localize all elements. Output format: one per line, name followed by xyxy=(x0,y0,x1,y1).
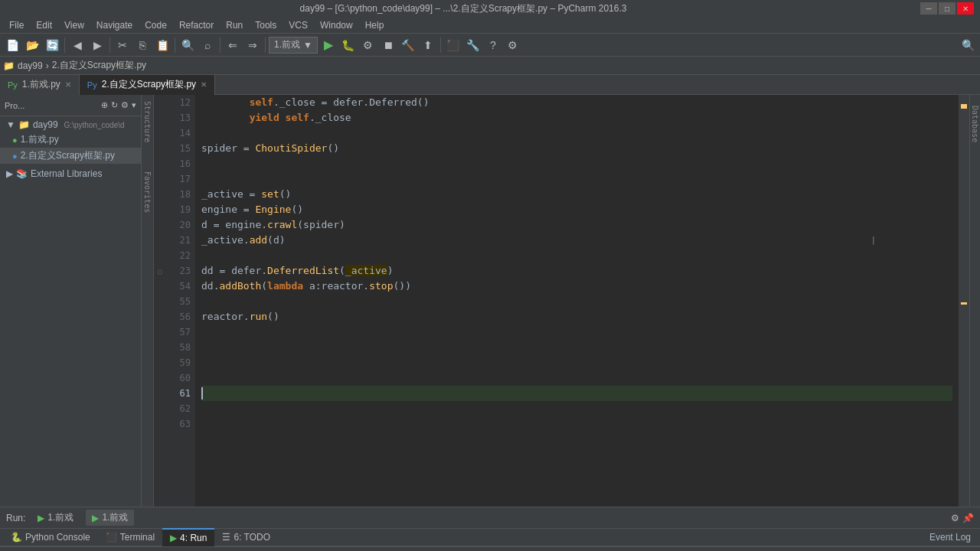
gutter: ○ xyxy=(154,95,166,507)
editor-tab-2[interactable]: Py 2.自定义Scrapy框架.py ✕ xyxy=(80,75,215,95)
global-search-button[interactable]: 🔍 xyxy=(959,36,977,54)
menu-navigate[interactable]: Navigate xyxy=(90,18,139,32)
line-num-16: 16 xyxy=(171,156,191,171)
run-tab-1[interactable]: ▶ 1.前戏 xyxy=(31,510,80,526)
settings-button[interactable]: ⚙ xyxy=(504,36,522,54)
tree-path: G:\python_code\d xyxy=(64,121,125,129)
code-text: engine = Engine() xyxy=(201,202,303,217)
coverage-button[interactable]: ⚙ xyxy=(359,36,377,54)
code-line-19: engine = Engine() xyxy=(201,202,952,217)
terminal-toolbar-button[interactable]: ⬛ xyxy=(444,36,462,54)
search-button[interactable]: 🔍 xyxy=(178,36,197,54)
gutter-line-22 xyxy=(154,248,166,263)
pin-icon[interactable]: 📌 xyxy=(962,513,974,523)
find-button[interactable]: ⌕ xyxy=(198,36,217,54)
database-panel-label[interactable]: Database xyxy=(969,103,980,145)
sidebar-sync-icon[interactable]: ↻ xyxy=(111,100,118,110)
line-num-62: 62 xyxy=(171,401,191,416)
line-num-59: 59 xyxy=(171,355,191,370)
expand-icon: ▼ xyxy=(6,119,15,130)
bottom-tab-todo[interactable]: ☰ 6: TODO xyxy=(214,528,278,546)
back-button[interactable]: ◀ xyxy=(68,36,87,54)
gutter-line-18 xyxy=(154,187,166,202)
menu-help[interactable]: Help xyxy=(359,18,390,32)
project-tab-label[interactable]: Pro... xyxy=(5,101,24,110)
run-button[interactable]: ▶ xyxy=(319,36,338,54)
right-scrollbar[interactable] xyxy=(959,95,969,507)
forward-button[interactable]: ▶ xyxy=(88,36,106,54)
debug-button[interactable]: 🐛 xyxy=(339,36,358,54)
code-line-54: dd.addBoth(lambda a:reactor.stop()) xyxy=(201,279,952,294)
cut-button[interactable]: ✂ xyxy=(113,36,132,54)
gutter-line-21 xyxy=(154,233,166,248)
paste-button[interactable]: 📋 xyxy=(153,36,172,54)
close-button[interactable]: ✕ xyxy=(957,2,974,15)
cursor-pos-text: | xyxy=(871,233,876,248)
deploy-button[interactable]: ⬆ xyxy=(419,36,437,54)
sidebar-settings-icon[interactable]: ⚙ xyxy=(121,100,129,110)
line-num-60: 60 xyxy=(171,370,191,386)
tree-item-day99[interactable]: ▼ 📁 day99 G:\python_code\d xyxy=(0,118,141,132)
sidebar-add-icon[interactable]: ⊕ xyxy=(101,100,108,110)
new-file-button[interactable]: 📄 xyxy=(3,36,21,54)
menu-vcs[interactable]: VCS xyxy=(283,18,314,32)
build-button[interactable]: 🔨 xyxy=(399,36,417,54)
menu-file[interactable]: File xyxy=(3,18,30,32)
toolbar: 📄 📂 🔄 ◀ ▶ ✂ ⎘ 📋 🔍 ⌕ ⇐ ⇒ 1.前戏 ▼ ▶ 🐛 ⚙ ⏹ 🔨… xyxy=(0,34,980,57)
tab-close-2[interactable]: ✕ xyxy=(201,80,207,89)
tree-item-libs[interactable]: ▶ 📚 External Libraries xyxy=(0,167,141,181)
path-separator: › xyxy=(46,60,49,71)
sdk-button[interactable]: 🔧 xyxy=(464,36,482,54)
code-line-58 xyxy=(201,340,952,355)
maximize-button[interactable]: □ xyxy=(939,2,956,15)
event-log-label[interactable]: Event Log xyxy=(929,532,971,543)
code-text: dd = defer.DeferredList(_active) xyxy=(201,263,393,279)
run-config-label: 1.前戏 xyxy=(274,38,300,51)
menu-refactor[interactable]: Refactor xyxy=(173,18,220,32)
copy-button[interactable]: ⎘ xyxy=(133,36,152,54)
stop-button[interactable]: ⏹ xyxy=(379,36,397,54)
tree-item-file1[interactable]: ● 1.前戏.py xyxy=(0,132,141,148)
next-occurrence-button[interactable]: ⇒ xyxy=(243,36,262,54)
code-line-12: self._close = defer.Deferred() xyxy=(201,95,952,110)
run-label: Run: xyxy=(6,513,25,523)
structure-panel-label[interactable]: Structure xyxy=(142,98,153,145)
settings-icon[interactable]: ⚙ xyxy=(951,513,959,523)
sync-button[interactable]: 🔄 xyxy=(43,36,61,54)
gutter-line-13 xyxy=(154,110,166,126)
tree-item-file2[interactable]: ● 2.自定义Scrapy框架.py xyxy=(0,148,141,164)
gutter-line-15 xyxy=(154,141,166,156)
run-config-dropdown[interactable]: 1.前戏 ▼ xyxy=(269,37,318,54)
tab-close-1[interactable]: ✕ xyxy=(65,80,71,89)
code-line-62 xyxy=(201,401,952,416)
menu-tools[interactable]: Tools xyxy=(249,18,283,32)
menu-view[interactable]: View xyxy=(58,18,90,32)
code-editor[interactable]: self._close = defer.Deferred() yield sel… xyxy=(195,95,959,507)
open-button[interactable]: 📂 xyxy=(23,36,41,54)
menu-window[interactable]: Window xyxy=(314,18,359,32)
toolbar-separator-6 xyxy=(440,37,441,53)
bottom-tab-python-console[interactable]: 🐍 Python Console xyxy=(3,528,98,546)
sidebar-chevron-icon[interactable]: ▾ xyxy=(132,100,136,110)
bottom-tab-run[interactable]: ▶ 4: Run xyxy=(162,528,214,546)
menu-run[interactable]: Run xyxy=(220,18,249,32)
code-text: _active.add(d) xyxy=(201,233,286,248)
prev-occurrence-button[interactable]: ⇐ xyxy=(224,36,242,54)
menu-edit[interactable]: Edit xyxy=(30,18,58,32)
toolbar-separator-4 xyxy=(220,37,220,53)
favorites-panel-label[interactable]: Favorites xyxy=(142,168,153,216)
right-side-panel: Database xyxy=(969,95,980,507)
todo-icon: ☰ xyxy=(222,532,230,543)
code-text: self._close = defer.Deferred() xyxy=(201,95,429,110)
help-toolbar-button[interactable]: ? xyxy=(484,36,502,54)
line-num-63: 63 xyxy=(171,416,191,432)
menu-code[interactable]: Code xyxy=(139,18,173,32)
run-tab-2[interactable]: ▶ 1.前戏 xyxy=(86,510,134,526)
bottom-tab-terminal[interactable]: ⬛ Terminal xyxy=(98,528,162,546)
python-console-icon: 🐍 xyxy=(11,532,22,543)
lib-icon: 📚 xyxy=(16,168,28,179)
minimize-button[interactable]: ─ xyxy=(920,2,937,15)
editor-tab-1[interactable]: Py 1.前戏.py ✕ xyxy=(0,75,80,95)
code-line-22 xyxy=(201,248,952,263)
code-line-16 xyxy=(201,156,952,171)
